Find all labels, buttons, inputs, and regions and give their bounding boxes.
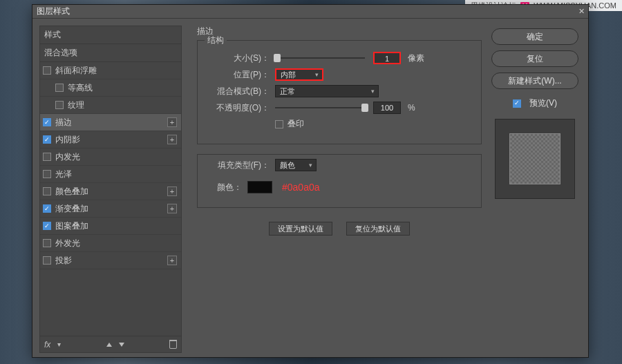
style-checkbox[interactable] [43, 256, 51, 265]
style-checkbox[interactable] [43, 118, 51, 126]
style-checkbox[interactable] [43, 66, 51, 75]
color-row: 颜色： #0a0a0a [206, 181, 473, 193]
styles-sidebar: 样式 混合选项 斜面和浮雕等高线纹理描边+内阴影+内发光光泽颜色叠加+渐变叠加+… [32, 19, 187, 357]
size-row: 大小(S)： 1 像素 [206, 52, 473, 64]
move-up-icon[interactable] [106, 343, 112, 347]
size-label: 大小(S)： [206, 52, 275, 64]
close-icon[interactable]: ✕ [576, 6, 586, 16]
color-swatch[interactable] [247, 181, 272, 193]
style-label: 斜面和浮雕 [55, 65, 97, 77]
style-item-4[interactable]: 内阴影+ [40, 131, 181, 149]
dialog-title: 图层样式 [37, 6, 70, 17]
add-effect-icon[interactable]: + [167, 256, 177, 265]
style-label: 内阴影 [55, 134, 80, 146]
blendmode-label: 混合模式(B)： [206, 86, 275, 97]
panel-title: 描边 [197, 26, 482, 37]
style-label: 渐变叠加 [55, 203, 88, 215]
structure-legend: 结构 [205, 35, 227, 46]
style-item-2[interactable]: 纹理 [40, 97, 181, 114]
overprint-row: 叠印 [206, 118, 473, 130]
filltype-select[interactable]: 颜色▾ [275, 159, 317, 171]
style-checkbox[interactable] [55, 84, 64, 92]
move-down-icon[interactable] [119, 343, 124, 347]
filltype-label: 填充类型(F)： [206, 160, 275, 171]
make-default-button[interactable]: 设置为默认值 [269, 222, 332, 236]
style-item-11[interactable]: 投影+ [40, 252, 181, 269]
style-item-5[interactable]: 内发光 [40, 149, 181, 166]
preview-toggle[interactable]: 预览(V) [491, 97, 578, 109]
opacity-input[interactable]: 100 [373, 102, 401, 114]
preview-label: 预览(V) [529, 97, 557, 109]
add-effect-icon[interactable]: + [167, 135, 177, 144]
opacity-unit: % [408, 103, 415, 113]
cancel-button[interactable]: 复位 [491, 50, 578, 67]
style-checkbox[interactable] [43, 135, 51, 144]
position-select[interactable]: 内部▾ [275, 68, 323, 81]
trash-icon[interactable] [169, 340, 177, 349]
blendmode-select[interactable]: 正常▾ [275, 85, 379, 97]
style-checkbox[interactable] [55, 101, 64, 109]
fx-menu-icon[interactable]: ▾ [57, 341, 61, 348]
add-effect-icon[interactable]: + [167, 186, 177, 196]
blendmode-row: 混合模式(B)： 正常▾ [206, 85, 473, 97]
chevron-down-icon: ▾ [371, 88, 375, 95]
style-item-8[interactable]: 渐变叠加+ [40, 200, 181, 218]
sidebar-footer: fx ▾ [39, 336, 182, 353]
style-label: 等高线 [68, 82, 93, 94]
style-checkbox[interactable] [43, 153, 51, 161]
color-label: 颜色： [206, 182, 247, 193]
settings-panel: 描边 结构 大小(S)： 1 像素 位置(P)： 内部▾ [187, 19, 491, 357]
style-checkbox[interactable] [43, 239, 51, 247]
style-checkbox[interactable] [43, 204, 51, 213]
opacity-slider[interactable] [275, 103, 365, 113]
style-label: 内发光 [55, 151, 80, 163]
size-unit: 像素 [408, 52, 424, 64]
style-label: 投影 [55, 255, 72, 267]
styles-header[interactable]: 样式 [39, 26, 182, 44]
style-label: 图案叠加 [55, 220, 88, 232]
position-label: 位置(P)： [206, 69, 275, 81]
size-input[interactable]: 1 [373, 52, 401, 64]
color-hex: #0a0a0a [282, 182, 320, 193]
structure-fieldset: 结构 大小(S)： 1 像素 位置(P)： 内部▾ [197, 40, 482, 144]
style-label: 外发光 [55, 238, 80, 249]
opacity-row: 不透明度(O)： 100 % [206, 102, 473, 114]
preview-box [495, 119, 575, 199]
preview-swatch [509, 133, 560, 184]
style-item-0[interactable]: 斜面和浮雕 [40, 62, 181, 79]
overprint-checkbox[interactable] [275, 120, 283, 128]
style-label: 光泽 [55, 169, 72, 180]
new-style-button[interactable]: 新建样式(W)... [491, 73, 578, 89]
style-item-9[interactable]: 图案叠加 [40, 218, 181, 235]
style-checkbox[interactable] [43, 170, 51, 178]
fx-icon[interactable]: fx [44, 340, 50, 349]
opacity-label: 不透明度(O)： [206, 102, 275, 114]
layer-style-dialog: 图层样式 ✕ 样式 混合选项 斜面和浮雕等高线纹理描边+内阴影+内发光光泽颜色叠… [32, 4, 589, 358]
style-item-10[interactable]: 外发光 [40, 235, 181, 252]
blend-options-header[interactable]: 混合选项 [39, 44, 182, 62]
overprint-label: 叠印 [288, 118, 304, 130]
style-checkbox[interactable] [43, 222, 51, 230]
style-item-3[interactable]: 描边+ [40, 114, 181, 131]
fill-fieldset: 填充类型(F)： 颜色▾ 颜色： #0a0a0a [197, 154, 482, 208]
add-effect-icon[interactable]: + [167, 117, 177, 127]
style-item-6[interactable]: 光泽 [40, 166, 181, 183]
reset-default-button[interactable]: 复位为默认值 [346, 222, 410, 236]
action-column: 确定 复位 新建样式(W)... 预览(V) [491, 19, 588, 357]
style-checkbox[interactable] [43, 187, 51, 195]
style-label: 纹理 [68, 99, 84, 111]
style-label: 颜色叠加 [55, 186, 88, 198]
titlebar: 图层样式 ✕ [32, 5, 588, 19]
style-list: 斜面和浮雕等高线纹理描边+内阴影+内发光光泽颜色叠加+渐变叠加+图案叠加外发光投… [39, 62, 182, 336]
style-label: 描边 [55, 117, 72, 128]
add-effect-icon[interactable]: + [167, 204, 177, 213]
preview-checkbox[interactable] [513, 99, 521, 108]
chevron-down-icon: ▾ [309, 162, 312, 169]
style-item-7[interactable]: 颜色叠加+ [40, 183, 181, 200]
position-row: 位置(P)： 内部▾ [206, 68, 473, 81]
filltype-row: 填充类型(F)： 颜色▾ [206, 159, 473, 171]
size-slider[interactable] [275, 53, 365, 63]
style-item-1[interactable]: 等高线 [40, 79, 181, 97]
ok-button[interactable]: 确定 [491, 28, 578, 45]
chevron-down-icon: ▾ [315, 71, 319, 78]
